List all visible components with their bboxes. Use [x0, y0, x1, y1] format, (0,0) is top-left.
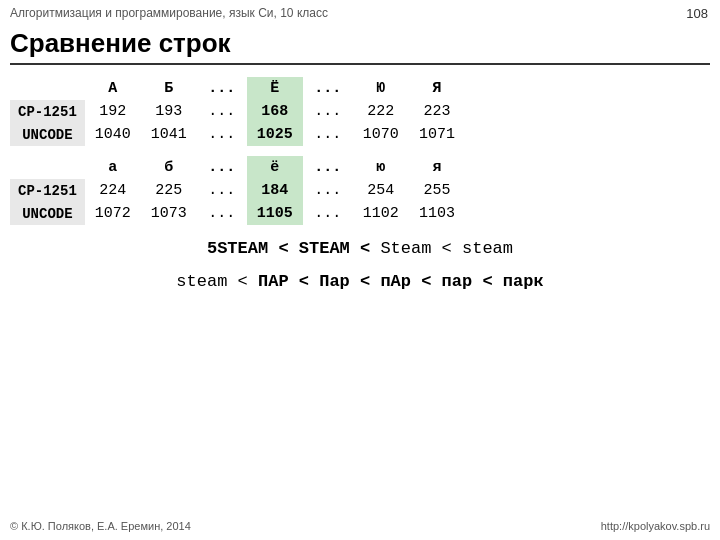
- comparison-normal-2: steam <: [176, 272, 258, 291]
- table1-unicode-yu: 1070: [353, 123, 409, 146]
- comparison-line-1: 5STEAM < STEAM < Steam < steam: [10, 239, 710, 258]
- table1-header-6: Ю: [353, 77, 409, 100]
- table2-row-cp1251: CP-1251 224 225 ... 184 ... 254 255: [10, 179, 465, 202]
- table1-header-1: А: [85, 77, 141, 100]
- table2-header-row: а б ... ё ... ю я: [10, 156, 465, 179]
- table1-header-0: [10, 77, 85, 100]
- table2-unicode-b: 1073: [141, 202, 197, 225]
- table2-header-6: ю: [353, 156, 409, 179]
- table1-header-7: Я: [409, 77, 465, 100]
- table2-header-7: я: [409, 156, 465, 179]
- comparison-normal-1: Steam < steam: [380, 239, 513, 258]
- table1-unicode-dots2: ...: [303, 123, 353, 146]
- table1-cp1251-ya: 223: [409, 100, 465, 123]
- comparison-bold-2: ПАР < Пар < пАр < пар < парк: [258, 272, 544, 291]
- footer-right: http://kpolyakov.spb.ru: [601, 520, 710, 532]
- table1-header-5: ...: [303, 77, 353, 100]
- page-number: 108: [686, 6, 708, 21]
- table2-cp1251-b: 225: [141, 179, 197, 202]
- table1-label-unicode: UNCODE: [10, 123, 85, 146]
- table2-label-cp1251: CP-1251: [10, 179, 85, 202]
- table2-header-2: б: [141, 156, 197, 179]
- table1-row-unicode: UNCODE 1040 1041 ... 1025 ... 1070 1071: [10, 123, 465, 146]
- table2-row-unicode: UNCODE 1072 1073 ... 1105 ... 1102 1103: [10, 202, 465, 225]
- table1-cp1251-a: 192: [85, 100, 141, 123]
- table2-cp1251-a: 224: [85, 179, 141, 202]
- table-lowercase: а б ... ё ... ю я CP-1251 224 225 ... 18…: [10, 156, 710, 225]
- table1-cp1251-yo: 168: [247, 100, 303, 123]
- table1-cp1251-dots2: ...: [303, 100, 353, 123]
- table2-cp1251-ya: 255: [409, 179, 465, 202]
- main-content: А Б ... Ё ... Ю Я CP-1251 192 193 ... 16…: [0, 77, 720, 291]
- table1-unicode-b: 1041: [141, 123, 197, 146]
- table2-cp1251-dots2: ...: [303, 179, 353, 202]
- table2-cp1251-yu: 254: [353, 179, 409, 202]
- table2-header-3: ...: [197, 156, 247, 179]
- table2-unicode-dots2: ...: [303, 202, 353, 225]
- table1-cp1251-dots1: ...: [197, 100, 247, 123]
- table1-unicode-dots1: ...: [197, 123, 247, 146]
- comparison-bold-1: 5STEAM < STEAM <: [207, 239, 380, 258]
- table2-cp1251-yo: 184: [247, 179, 303, 202]
- table2-unicode-a: 1072: [85, 202, 141, 225]
- footer-left: © К.Ю. Поляков, Е.А. Еремин, 2014: [10, 520, 191, 532]
- subtitle-text: Алгоритмизация и программирование, язык …: [10, 6, 328, 20]
- table1-cp1251-b: 193: [141, 100, 197, 123]
- table1-header-4: Ё: [247, 77, 303, 100]
- table1-row-cp1251: CP-1251 192 193 ... 168 ... 222 223: [10, 100, 465, 123]
- table2-unicode-ya: 1103: [409, 202, 465, 225]
- table1-header-2: Б: [141, 77, 197, 100]
- table2-header-1: а: [85, 156, 141, 179]
- page-title: Сравнение строк: [10, 28, 710, 65]
- table2-unicode-yo: 1105: [247, 202, 303, 225]
- table2-header-0: [10, 156, 85, 179]
- table1-header-row: А Б ... Ё ... Ю Я: [10, 77, 465, 100]
- table-uppercase: А Б ... Ё ... Ю Я CP-1251 192 193 ... 16…: [10, 77, 710, 146]
- table1-label-cp1251: CP-1251: [10, 100, 85, 123]
- table2-label-unicode: UNCODE: [10, 202, 85, 225]
- table2-header-4: ё: [247, 156, 303, 179]
- table2-unicode-yu: 1102: [353, 202, 409, 225]
- table2-header-5: ...: [303, 156, 353, 179]
- table1-header-3: ...: [197, 77, 247, 100]
- table2-cp1251-dots1: ...: [197, 179, 247, 202]
- table1-unicode-a: 1040: [85, 123, 141, 146]
- table2-unicode-dots1: ...: [197, 202, 247, 225]
- table1-unicode-ya: 1071: [409, 123, 465, 146]
- comparison-line-2: steam < ПАР < Пар < пАр < пар < парк: [10, 272, 710, 291]
- table1-cp1251-yu: 222: [353, 100, 409, 123]
- table1-unicode-yo: 1025: [247, 123, 303, 146]
